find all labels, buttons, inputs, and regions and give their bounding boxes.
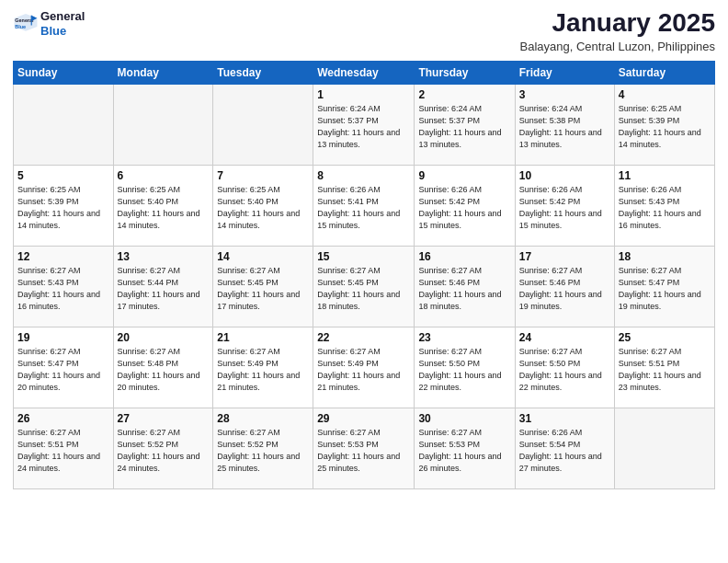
day-number: 26 xyxy=(17,412,109,425)
day-number: 30 xyxy=(418,412,510,425)
day-info: Sunrise: 6:27 AM Sunset: 5:46 PM Dayligh… xyxy=(519,265,610,313)
week-row-1: 1 Sunrise: 6:24 AM Sunset: 5:37 PM Dayli… xyxy=(14,84,715,165)
day-number: 3 xyxy=(519,88,610,101)
sunset-label: Sunset: 5:45 PM xyxy=(217,278,279,287)
day-info: Sunrise: 6:25 AM Sunset: 5:40 PM Dayligh… xyxy=(217,184,309,232)
day-number: 25 xyxy=(619,331,711,344)
sunrise-label: Sunrise: 6:27 AM xyxy=(17,428,81,437)
daylight-label: Daylight: 11 hours and 22 minutes. xyxy=(519,371,602,392)
week-row-3: 12 Sunrise: 6:27 AM Sunset: 5:43 PM Dayl… xyxy=(14,246,715,327)
calendar-cell-w5d0: 26 Sunrise: 6:27 AM Sunset: 5:51 PM Dayl… xyxy=(14,408,114,488)
daylight-label: Daylight: 11 hours and 14 minutes. xyxy=(118,209,200,230)
calendar-cell-w1d4: 2 Sunrise: 6:24 AM Sunset: 5:37 PM Dayli… xyxy=(415,84,515,165)
sunrise-label: Sunrise: 6:27 AM xyxy=(17,347,81,356)
daylight-label: Daylight: 11 hours and 17 minutes. xyxy=(217,290,300,311)
daylight-label: Daylight: 11 hours and 21 minutes. xyxy=(217,371,300,392)
day-info: Sunrise: 6:26 AM Sunset: 5:41 PM Dayligh… xyxy=(317,184,410,232)
sunset-label: Sunset: 5:41 PM xyxy=(317,197,379,206)
sunset-label: Sunset: 5:38 PM xyxy=(519,116,581,125)
sunset-label: Sunset: 5:50 PM xyxy=(519,359,581,368)
sunrise-label: Sunrise: 6:27 AM xyxy=(118,428,181,437)
day-info: Sunrise: 6:27 AM Sunset: 5:45 PM Dayligh… xyxy=(217,265,309,313)
calendar-cell-w5d5: 31 Sunrise: 6:26 AM Sunset: 5:54 PM Dayl… xyxy=(515,408,614,488)
sunrise-label: Sunrise: 6:27 AM xyxy=(619,266,682,275)
daylight-label: Daylight: 11 hours and 25 minutes. xyxy=(317,452,400,473)
header-monday: Monday xyxy=(113,61,213,84)
sunrise-label: Sunrise: 6:25 AM xyxy=(619,104,682,113)
sunrise-label: Sunrise: 6:24 AM xyxy=(317,104,381,113)
calendar-cell-w4d2: 21 Sunrise: 6:27 AM Sunset: 5:49 PM Dayl… xyxy=(213,327,313,408)
location: Balayang, Central Luzon, Philippines xyxy=(520,40,715,53)
calendar-cell-w1d5: 3 Sunrise: 6:24 AM Sunset: 5:38 PM Dayli… xyxy=(515,84,614,165)
calendar-cell-w1d6: 4 Sunrise: 6:25 AM Sunset: 5:39 PM Dayli… xyxy=(614,84,714,165)
daylight-label: Daylight: 11 hours and 24 minutes. xyxy=(118,452,200,473)
month-year: January 2025 xyxy=(520,9,715,38)
day-number: 8 xyxy=(317,169,410,182)
daylight-label: Daylight: 11 hours and 15 minutes. xyxy=(418,209,501,230)
calendar-cell-w4d3: 22 Sunrise: 6:27 AM Sunset: 5:49 PM Dayl… xyxy=(313,327,415,408)
day-number: 24 xyxy=(519,331,610,344)
calendar-cell-w5d3: 29 Sunrise: 6:27 AM Sunset: 5:53 PM Dayl… xyxy=(313,408,415,488)
day-number: 7 xyxy=(217,169,309,182)
daylight-label: Daylight: 11 hours and 18 minutes. xyxy=(317,290,400,311)
weekday-header-row: Sunday Monday Tuesday Wednesday Thursday… xyxy=(14,61,715,84)
day-number: 2 xyxy=(418,88,510,101)
sunset-label: Sunset: 5:42 PM xyxy=(418,197,480,206)
day-number: 4 xyxy=(619,88,711,101)
calendar-cell-w3d5: 17 Sunrise: 6:27 AM Sunset: 5:46 PM Dayl… xyxy=(515,246,614,327)
sunrise-label: Sunrise: 6:26 AM xyxy=(317,185,381,194)
header-friday: Friday xyxy=(515,61,614,84)
sunrise-label: Sunrise: 6:27 AM xyxy=(17,266,81,275)
day-info: Sunrise: 6:26 AM Sunset: 5:42 PM Dayligh… xyxy=(418,184,510,232)
title-block: January 2025 Balayang, Central Luzon, Ph… xyxy=(520,9,715,53)
sunset-label: Sunset: 5:48 PM xyxy=(118,359,179,368)
sunset-label: Sunset: 5:49 PM xyxy=(317,359,379,368)
sunrise-label: Sunrise: 6:26 AM xyxy=(619,185,682,194)
sunset-label: Sunset: 5:39 PM xyxy=(619,116,680,125)
sunset-label: Sunset: 5:50 PM xyxy=(418,359,480,368)
calendar-cell-w2d5: 10 Sunrise: 6:26 AM Sunset: 5:42 PM Dayl… xyxy=(515,165,614,246)
day-info: Sunrise: 6:27 AM Sunset: 5:52 PM Dayligh… xyxy=(217,427,309,475)
day-info: Sunrise: 6:27 AM Sunset: 5:46 PM Dayligh… xyxy=(418,265,510,313)
sunset-label: Sunset: 5:46 PM xyxy=(519,278,581,287)
sunrise-label: Sunrise: 6:25 AM xyxy=(217,185,280,194)
header-sunday: Sunday xyxy=(14,61,114,84)
day-info: Sunrise: 6:27 AM Sunset: 5:48 PM Dayligh… xyxy=(118,346,210,394)
daylight-label: Daylight: 11 hours and 19 minutes. xyxy=(619,290,701,311)
sunrise-label: Sunrise: 6:25 AM xyxy=(17,185,81,194)
day-info: Sunrise: 6:25 AM Sunset: 5:39 PM Dayligh… xyxy=(619,103,711,151)
sunrise-label: Sunrise: 6:27 AM xyxy=(418,347,482,356)
day-number: 6 xyxy=(118,169,210,182)
header-saturday: Saturday xyxy=(614,61,714,84)
daylight-label: Daylight: 11 hours and 13 minutes. xyxy=(519,128,602,149)
sunrise-label: Sunrise: 6:27 AM xyxy=(217,428,280,437)
day-number: 22 xyxy=(317,331,410,344)
sunrise-label: Sunrise: 6:27 AM xyxy=(418,428,482,437)
calendar-cell-w2d1: 6 Sunrise: 6:25 AM Sunset: 5:40 PM Dayli… xyxy=(113,165,213,246)
day-info: Sunrise: 6:25 AM Sunset: 5:40 PM Dayligh… xyxy=(118,184,210,232)
sunset-label: Sunset: 5:37 PM xyxy=(418,116,480,125)
day-number: 20 xyxy=(118,331,210,344)
calendar-cell-w4d0: 19 Sunrise: 6:27 AM Sunset: 5:47 PM Dayl… xyxy=(14,327,114,408)
sunset-label: Sunset: 5:44 PM xyxy=(118,278,179,287)
calendar-cell-w5d6 xyxy=(614,408,714,488)
sunrise-label: Sunrise: 6:27 AM xyxy=(519,347,583,356)
day-number: 18 xyxy=(619,250,711,263)
daylight-label: Daylight: 11 hours and 13 minutes. xyxy=(418,128,501,149)
logo-text: General Blue xyxy=(40,9,85,38)
daylight-label: Daylight: 11 hours and 25 minutes. xyxy=(217,452,300,473)
calendar-cell-w1d1 xyxy=(113,84,213,165)
day-number: 21 xyxy=(217,331,309,344)
sunset-label: Sunset: 5:53 PM xyxy=(418,440,480,449)
daylight-label: Daylight: 11 hours and 15 minutes. xyxy=(519,209,602,230)
day-number: 9 xyxy=(418,169,510,182)
calendar-cell-w2d4: 9 Sunrise: 6:26 AM Sunset: 5:42 PM Dayli… xyxy=(415,165,515,246)
daylight-label: Daylight: 11 hours and 20 minutes. xyxy=(17,371,100,392)
sunrise-label: Sunrise: 6:27 AM xyxy=(418,266,482,275)
day-info: Sunrise: 6:24 AM Sunset: 5:38 PM Dayligh… xyxy=(519,103,610,151)
week-row-2: 5 Sunrise: 6:25 AM Sunset: 5:39 PM Dayli… xyxy=(14,165,715,246)
calendar-cell-w3d0: 12 Sunrise: 6:27 AM Sunset: 5:43 PM Dayl… xyxy=(14,246,114,327)
week-row-5: 26 Sunrise: 6:27 AM Sunset: 5:51 PM Dayl… xyxy=(14,408,715,488)
daylight-label: Daylight: 11 hours and 22 minutes. xyxy=(418,371,501,392)
sunrise-label: Sunrise: 6:27 AM xyxy=(619,347,682,356)
